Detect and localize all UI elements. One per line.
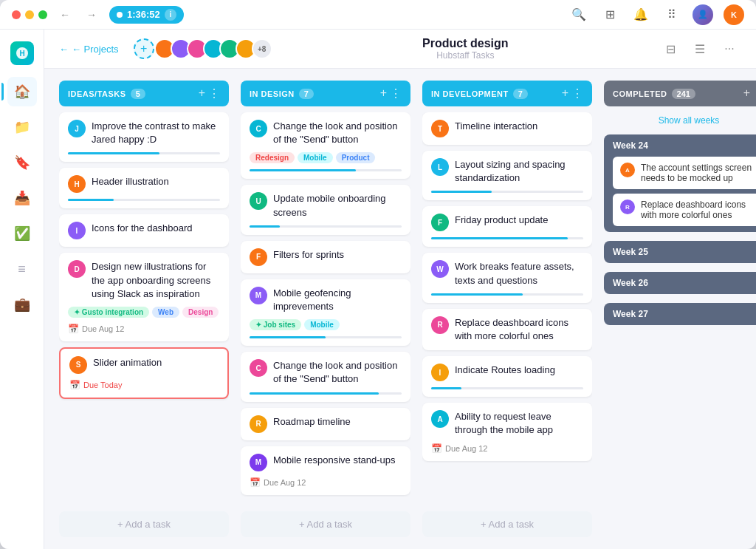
sidebar-item-lists[interactable]: ≡: [7, 254, 37, 284]
card-avatar: H: [68, 175, 86, 193]
more-indesign-button[interactable]: ⋮: [390, 86, 402, 100]
forward-nav-button[interactable]: →: [83, 6, 100, 24]
card-filters-sprints[interactable]: F Filters for sprints: [241, 241, 410, 273]
card-geofencing[interactable]: M Mobile geofencing imprevements ✦ Job s…: [241, 279, 410, 346]
more-members-badge[interactable]: +8: [252, 38, 272, 59]
week-27-section[interactable]: Week 27 ▾: [604, 303, 756, 325]
titlebar-right: 🔍 ⊞ 🔔 ⠿ 👤 K: [568, 4, 744, 25]
due-date: Due Aug 12: [82, 324, 125, 333]
due-today-label: Due Today: [83, 381, 122, 389]
add-task-ideas-button[interactable]: + Add a task: [59, 511, 229, 537]
user-avatar[interactable]: 👤: [693, 4, 713, 25]
card-avatar: C: [250, 120, 267, 137]
sidebar: H 🏠 📁 🔖 📥 ✅ ≡ 💼: [0, 30, 44, 549]
progress-bar: [431, 237, 583, 239]
back-nav-button[interactable]: ←: [56, 6, 74, 24]
close-button[interactable]: [12, 10, 21, 19]
card-icons-dashboard[interactable]: I Icons for the dashboard: [59, 214, 229, 247]
week-card-replace-icons[interactable]: R Replace deashboard icons with more col…: [613, 194, 756, 226]
sidebar-item-home[interactable]: 🏠: [7, 77, 37, 106]
card-send-button[interactable]: C Change the look and position of the "S…: [241, 112, 410, 179]
card-standup[interactable]: M Mobile responsive stand-ups 📅 Due Aug …: [241, 446, 410, 495]
column-indev: IN DEVELOPMENT 7 + ⋮ T Timeline interact…: [422, 81, 592, 537]
sidebar-item-inbox[interactable]: 📥: [7, 183, 37, 213]
timer-pill[interactable]: 1:36:52 i: [109, 6, 184, 24]
card-title: Icons for the dashboard: [92, 222, 193, 235]
week-card-account-settings[interactable]: A The account settings screen needs to b…: [613, 157, 756, 189]
timer-info-button[interactable]: i: [165, 9, 176, 21]
tag-web: Web: [152, 307, 179, 318]
card-work-breaks[interactable]: W Work breaks feature assets, texts and …: [422, 253, 592, 302]
board-view-button[interactable]: ⊟: [659, 37, 682, 61]
week-24-section[interactable]: Week 24 ▾ A The account settings screen …: [604, 134, 756, 232]
card-footer: 📅 Due Aug 12: [431, 443, 583, 454]
add-task-indev-button[interactable]: + Add a task: [422, 511, 592, 537]
add-card-indesign-button[interactable]: +: [380, 86, 387, 100]
notification-icon[interactable]: 🔔: [630, 4, 651, 25]
minimize-button[interactable]: [25, 10, 34, 19]
card-roadmap[interactable]: R Roadmap timeline: [241, 408, 410, 440]
week-25-section[interactable]: Week 25 ▾: [604, 241, 756, 263]
card-replace-icons[interactable]: R Replace deashboard icons with more col…: [422, 309, 592, 350]
add-card-completed-button[interactable]: +: [743, 86, 750, 100]
search-icon[interactable]: 🔍: [568, 4, 589, 25]
card-timeline[interactable]: T Timeline interaction: [422, 112, 592, 145]
project-title: Product design: [272, 37, 659, 50]
card-header-illustration[interactable]: H Header illustration: [59, 168, 229, 208]
card-title: Update mobile onboarding screens: [273, 192, 402, 219]
add-member-button[interactable]: +: [134, 38, 154, 59]
back-to-projects-button[interactable]: ← ← Projects: [59, 44, 119, 55]
column-ideas: IDEAS/TASKS 5 + ⋮ J Improve the contras: [59, 81, 229, 537]
user-avatar-k[interactable]: K: [724, 4, 744, 25]
progress-bar: [250, 392, 402, 395]
column-actions-indesign: + ⋮: [380, 86, 402, 100]
more-ideas-button[interactable]: ⋮: [208, 86, 220, 100]
progress-fill: [431, 191, 492, 193]
week-25-text: Week 25: [613, 247, 648, 257]
card-routes-loading[interactable]: I Indicate Routes loading: [422, 356, 592, 397]
cards-completed: Show all weeks Week 24 ▾ A The account s…: [604, 112, 756, 537]
progress-bar: [431, 387, 583, 389]
progress-fill: [250, 225, 280, 228]
more-completed-button[interactable]: ⋮: [753, 86, 756, 100]
apps-icon[interactable]: ⠿: [662, 4, 682, 25]
card-onboarding-screens[interactable]: U Update mobile onboarding screens: [241, 185, 410, 234]
card-friday-update[interactable]: F Friday product update: [422, 206, 592, 247]
card-improve-contrast[interactable]: J Improve the contrast to make Jared hap…: [59, 112, 229, 162]
column-title-ideas: IDEAS/TASKS: [68, 89, 126, 98]
sidebar-item-tags[interactable]: 🔖: [7, 148, 37, 177]
add-card-indev-button[interactable]: +: [562, 86, 568, 100]
card-title: Header illustration: [92, 175, 169, 188]
card-design-illustrations[interactable]: D Design new illustrations for the app o…: [59, 253, 229, 341]
card-avatar: U: [250, 192, 267, 210]
card-leave-request[interactable]: A Ability to request leave through the m…: [422, 403, 592, 460]
show-all-weeks-link[interactable]: Show all weeks: [604, 112, 756, 129]
sidebar-item-portfolio[interactable]: 💼: [7, 290, 37, 319]
week-24-cards: A The account settings screen needs to b…: [613, 157, 756, 226]
add-card-ideas-button[interactable]: +: [199, 86, 205, 100]
list-view-button[interactable]: ☰: [688, 37, 712, 61]
tag-mobile: Mobile: [304, 319, 340, 330]
tag-gusto: ✦ Gusto integration: [68, 307, 149, 318]
calendar-icon: 📅: [69, 380, 80, 390]
more-options-button[interactable]: ···: [718, 37, 741, 61]
maximize-button[interactable]: [38, 10, 47, 19]
tag-mobile: Mobile: [298, 152, 333, 163]
logo[interactable]: H: [10, 41, 34, 65]
sidebar-item-projects[interactable]: 📁: [7, 112, 37, 142]
progress-fill: [250, 169, 356, 171]
more-indev-button[interactable]: ⋮: [571, 86, 583, 100]
column-completed: COMPLETED 241 + ⋮ Show all weeks Week 24: [604, 81, 756, 537]
card-avatar: M: [250, 287, 267, 304]
card-slider-animation[interactable]: S Slider animation 📅 Due Today: [59, 347, 229, 399]
add-task-indesign-button[interactable]: + Add a task: [241, 511, 410, 537]
card-layout-sizing[interactable]: L Layout sizing and spacing standardizat…: [422, 151, 592, 200]
week-27-label: Week 27 ▾: [613, 309, 756, 319]
columns-icon[interactable]: ⊞: [599, 4, 620, 25]
card-tags: ✦ Gusto integration Web Design: [68, 307, 220, 318]
progress-fill: [431, 293, 523, 296]
card-send-button-2[interactable]: C Change the look and position of the "S…: [241, 352, 410, 401]
week-26-section[interactable]: Week 26 ▾: [604, 272, 756, 294]
card-avatar: D: [68, 260, 86, 278]
sidebar-item-tasks[interactable]: ✅: [7, 219, 37, 248]
